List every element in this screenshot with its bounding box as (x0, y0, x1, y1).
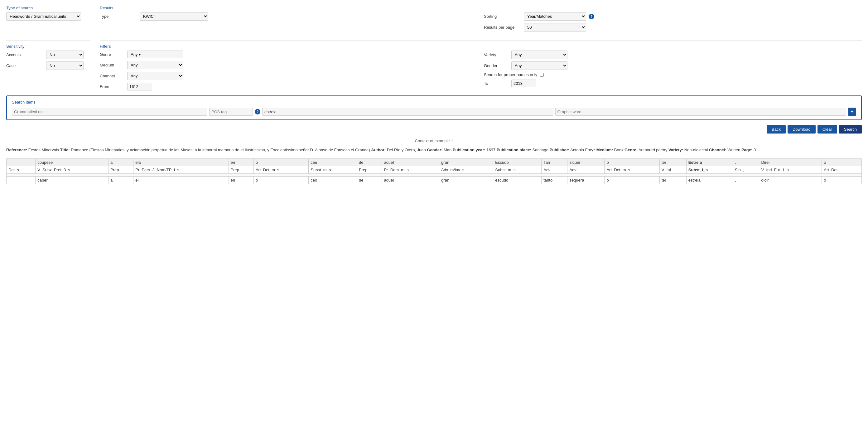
download-button[interactable]: Download (787, 125, 816, 134)
table-cell: sequera (567, 176, 604, 184)
table-cell: Adv (541, 166, 567, 173)
kwic-table: coupese a ela en o ceu de aquel gran Esc… (6, 158, 862, 184)
search-items-label: Search items (12, 100, 856, 105)
table-row: coupese a ela en o ceu de aquel gran Esc… (6, 158, 862, 166)
table-cell: ter (659, 176, 686, 184)
type-of-search-label: Type of search (6, 6, 90, 10)
table-cell: tanto (541, 176, 567, 184)
filters-section: Filters Genre Any ▾ Medium (100, 40, 862, 90)
table-row: caber a el en o ceo de aquel gran escudo… (6, 176, 862, 184)
accents-select[interactable]: No (46, 51, 84, 59)
table-cell (6, 176, 35, 184)
channel-select[interactable]: Any (127, 72, 183, 80)
table-cell: estrela (686, 176, 733, 184)
channel-label: Channel (100, 74, 125, 78)
sorting-label: Sorting (484, 14, 521, 19)
table-cell: Adx_m/inv_s (439, 166, 493, 173)
type-of-search-section: Type of search Headwords / Grammatical u… (6, 6, 90, 21)
variety-select[interactable]: Any (511, 51, 567, 59)
table-cell: dicir (759, 176, 822, 184)
pos-tag-input[interactable] (209, 108, 253, 116)
gender-label: Gender (484, 63, 509, 68)
table-cell: gran (439, 158, 493, 166)
table-cell: de (357, 176, 382, 184)
sorting-help-button[interactable]: ? (589, 14, 594, 19)
medium-label: Medium (100, 63, 125, 67)
table-row (6, 173, 862, 176)
table-cell: a (108, 158, 133, 166)
clear-button[interactable]: Clear (817, 125, 837, 134)
table-cell: o (822, 158, 862, 166)
table-cell: ceu (309, 158, 357, 166)
table-cell: aquel (382, 158, 439, 166)
context-title: Context of example 1 (6, 139, 862, 143)
table-cell: caber (35, 176, 108, 184)
table-cell: a (108, 176, 133, 184)
table-cell: Escudo (493, 158, 541, 166)
search-button[interactable]: Search (839, 125, 862, 134)
type-label: Type (100, 14, 137, 19)
back-button[interactable]: Back (767, 125, 786, 134)
table-cell: ter (659, 158, 686, 166)
table-cell: o (822, 176, 862, 184)
to-input[interactable] (511, 80, 536, 87)
lemma-input[interactable] (262, 108, 553, 116)
accents-label: Accents (6, 52, 44, 57)
table-row: Dat_s V_Subx_Pret_3_s Prep Pr_Pers_3_Nom… (6, 166, 862, 173)
genre-button[interactable]: Any ▾ (127, 51, 183, 58)
table-cell (6, 158, 35, 166)
table-cell: o (604, 176, 659, 184)
table-cell: de (357, 158, 382, 166)
sorting-select[interactable]: Year/Matches (524, 12, 586, 21)
table-cell: V_Subx_Pret_3_s (35, 166, 108, 173)
variety-label: Variety (484, 52, 509, 57)
genre-label: Genre (100, 52, 125, 57)
grammatical-unit-input[interactable] (12, 108, 207, 116)
table-cell: Dat_s (6, 166, 35, 173)
table-cell: Subst_m_s (309, 166, 357, 173)
rpp-select[interactable]: 50 (524, 23, 586, 31)
from-input[interactable] (127, 83, 152, 90)
table-cell: Adv (567, 166, 604, 173)
add-search-item-button[interactable]: + (848, 108, 856, 116)
action-buttons: Back Download Clear Search (6, 125, 862, 134)
reference-block: Reference: Festas Minervais Title: Roman… (6, 147, 862, 153)
graphic-word-input[interactable] (555, 108, 846, 116)
table-cell: Art_Det_m_s (253, 166, 308, 173)
gender-select[interactable]: Any (511, 61, 567, 70)
table-cell: Art_Det_ (822, 166, 862, 173)
table-cell: escudo (493, 176, 541, 184)
table-cell: Pr_Dem_m_s (382, 166, 439, 173)
table-cell: Prep (108, 166, 133, 173)
table-cell: Art_Det_m_s (604, 166, 659, 173)
table-cell: coupese (35, 158, 108, 166)
rpp-label: Results per page (484, 25, 521, 30)
type-of-search-select[interactable]: Headwords / Grammatical units (6, 12, 81, 21)
table-cell: , (733, 158, 759, 166)
table-cell: , (733, 176, 759, 184)
sensitivity-section: Sensitivity Accents No Case No (6, 40, 90, 70)
to-label: To (484, 81, 509, 86)
sensitivity-label: Sensitivity (6, 44, 90, 49)
search-items-box: Search items ? + (6, 95, 862, 120)
table-cell: V_Ind_Fut_1_s (759, 166, 822, 173)
table-cell: ceo (309, 176, 357, 184)
table-cell: en (228, 176, 253, 184)
table-cell: Prep (357, 166, 382, 173)
table-cell: Subst_f_s (686, 166, 733, 173)
table-cell: Pr_Pers_3_Nom/TP_f_s (133, 166, 228, 173)
table-cell: aquel (382, 176, 439, 184)
table-cell: o (604, 158, 659, 166)
type-select[interactable]: KWIC (140, 12, 208, 21)
pos-help-button[interactable]: ? (255, 109, 260, 115)
results-section: Results Type KWIC Sorting (100, 6, 862, 34)
case-select[interactable]: No (46, 61, 84, 70)
proper-names-checkbox[interactable] (540, 73, 544, 77)
table-cell: gran (439, 176, 493, 184)
table-cell: en (228, 158, 253, 166)
table-cell: Subst_m_s (493, 166, 541, 173)
medium-select[interactable]: Any (127, 61, 183, 69)
table-cell: o (253, 176, 308, 184)
proper-names-label: Search for proper names only (484, 73, 537, 77)
table-cell: V_Inf (659, 166, 686, 173)
